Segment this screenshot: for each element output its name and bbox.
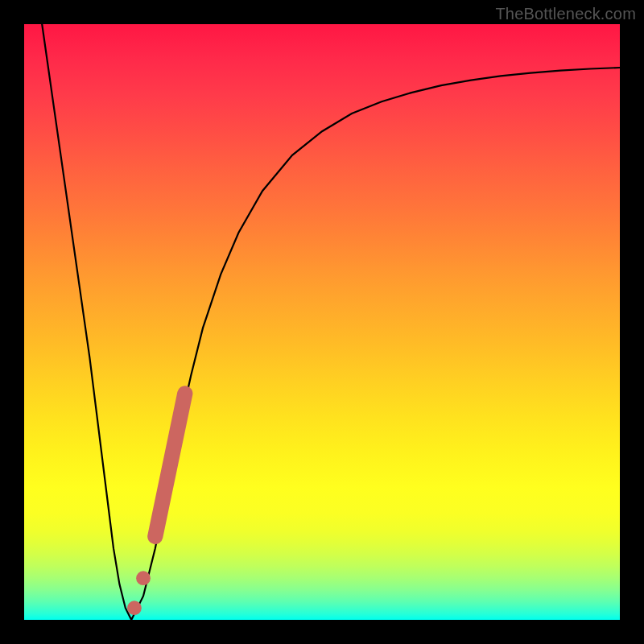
- curve-svg: [24, 24, 620, 620]
- marker-dot-lower: [127, 601, 142, 615]
- bottleneck-curve: [42, 24, 620, 620]
- watermark-text: TheBottleneck.com: [495, 5, 636, 23]
- marker-bar: [155, 394, 185, 537]
- plot-area: [24, 24, 620, 620]
- marker-layer: [127, 394, 185, 615]
- chart-stage: TheBottleneck.com: [0, 0, 644, 644]
- marker-dot-upper: [136, 571, 151, 585]
